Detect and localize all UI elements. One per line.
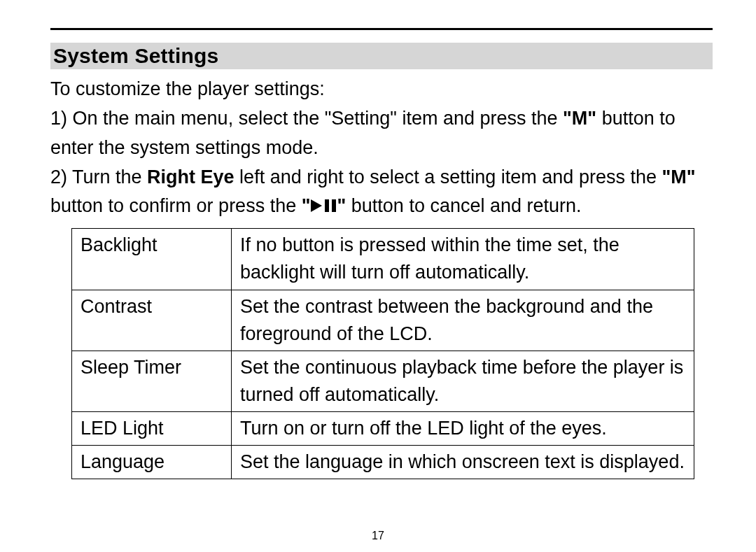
quote-open: " xyxy=(302,195,311,216)
setting-desc: Set the contrast between the background … xyxy=(232,290,694,351)
quote-close: " xyxy=(337,195,346,216)
setting-name: Sleep Timer xyxy=(72,351,232,411)
svg-rect-2 xyxy=(332,199,336,212)
m-button-label: "M" xyxy=(563,108,596,129)
setting-desc: If no button is pressed within the time … xyxy=(232,229,694,290)
setting-name: Language xyxy=(72,446,232,479)
table-row: Contrast Set the contrast between the ba… xyxy=(72,290,694,351)
m-button-label-2: "M" xyxy=(662,167,695,187)
setting-desc: Turn on or turn off the LED light of the… xyxy=(232,412,694,446)
top-horizontal-rule xyxy=(50,28,713,30)
manual-page: System Settings To customize the player … xyxy=(0,0,756,552)
setting-name: Contrast xyxy=(72,290,232,351)
play-pause-icon xyxy=(311,198,337,213)
setting-name: Backlight xyxy=(72,229,232,290)
step-2-part-a: 2) Turn the xyxy=(50,167,147,187)
intro-text: To customize the player settings: xyxy=(50,75,713,104)
step-1: 1) On the main menu, select the "Setting… xyxy=(50,104,713,163)
svg-rect-1 xyxy=(325,199,329,212)
step-1-part-a: 1) On the main menu, select the "Setting… xyxy=(50,108,563,129)
step-2-part-b: left and right to select a setting item … xyxy=(234,167,662,187)
settings-table: Backlight If no button is pressed within… xyxy=(71,228,694,479)
section-heading: System Settings xyxy=(50,43,713,69)
step-2-part-d: button to cancel and return. xyxy=(346,195,581,216)
page-number: 17 xyxy=(0,530,756,542)
setting-desc: Set the continuous playback time before … xyxy=(232,351,694,411)
svg-marker-0 xyxy=(311,199,322,212)
step-2: 2) Turn the Right Eye left and right to … xyxy=(50,163,713,222)
table-row: Backlight If no button is pressed within… xyxy=(72,229,694,290)
table-row: Language Set the language in which onscr… xyxy=(72,446,694,479)
right-eye-label: Right Eye xyxy=(147,167,234,187)
table-row: LED Light Turn on or turn off the LED li… xyxy=(72,412,694,446)
setting-desc: Set the language in which onscreen text … xyxy=(232,446,694,479)
setting-name: LED Light xyxy=(72,412,232,446)
table-row: Sleep Timer Set the continuous playback … xyxy=(72,351,694,411)
settings-table-body: Backlight If no button is pressed within… xyxy=(72,229,694,479)
step-2-part-c: button to confirm or press the xyxy=(50,195,302,216)
